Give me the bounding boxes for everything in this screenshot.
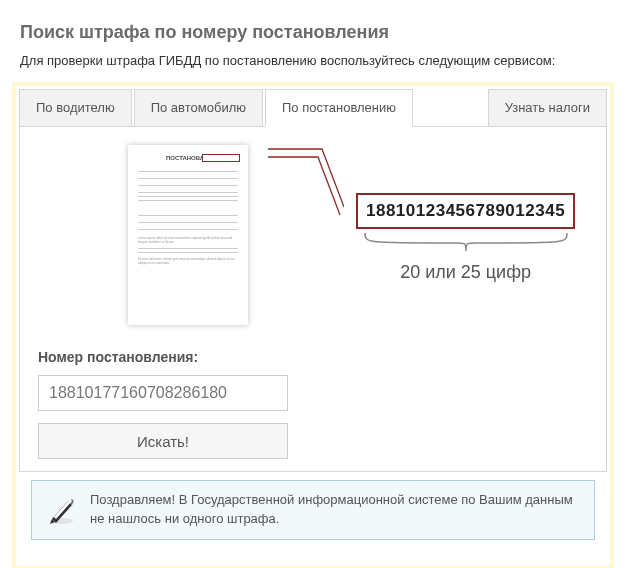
tab-content: ПОСТАНОВЛЕНИЕ Lorem ipsum dolor sit amet… (19, 126, 607, 472)
input-label: Номер постановления: (38, 349, 588, 365)
digits-hint: 20 или 25 цифр (400, 262, 531, 283)
resolution-number-input[interactable] (38, 375, 288, 411)
tab-car[interactable]: По автомобилю (134, 89, 263, 127)
example-number-block: 18810123456789012345 20 или 25 цифр (356, 193, 575, 283)
tab-driver[interactable]: По водителю (19, 89, 132, 127)
example-number: 18810123456789012345 (356, 193, 575, 229)
result-text: Поздравляем! В Государственной информаци… (90, 491, 580, 529)
doc-number-highlight (202, 154, 240, 162)
tab-resolution[interactable]: По постановлению (265, 89, 413, 127)
search-card: По водителю По автомобилю По постановлен… (12, 82, 614, 568)
tab-taxes[interactable]: Узнать налоги (488, 89, 607, 127)
pen-icon (46, 495, 76, 525)
page-title: Поиск штрафа по номеру постановления (0, 0, 626, 53)
connector-line-icon (268, 145, 336, 211)
brace-icon (361, 231, 571, 256)
page-subtitle: Для проверки штрафа ГИБДД по постановлен… (0, 53, 626, 82)
illustration: ПОСТАНОВЛЕНИЕ Lorem ipsum dolor sit amet… (38, 145, 588, 325)
tabs: По водителю По автомобилю По постановлен… (19, 89, 607, 127)
search-button[interactable]: Искать! (38, 423, 288, 459)
document-sample-icon: ПОСТАНОВЛЕНИЕ Lorem ipsum dolor sit amet… (128, 145, 248, 325)
result-message: Поздравляем! В Государственной информаци… (31, 480, 595, 540)
